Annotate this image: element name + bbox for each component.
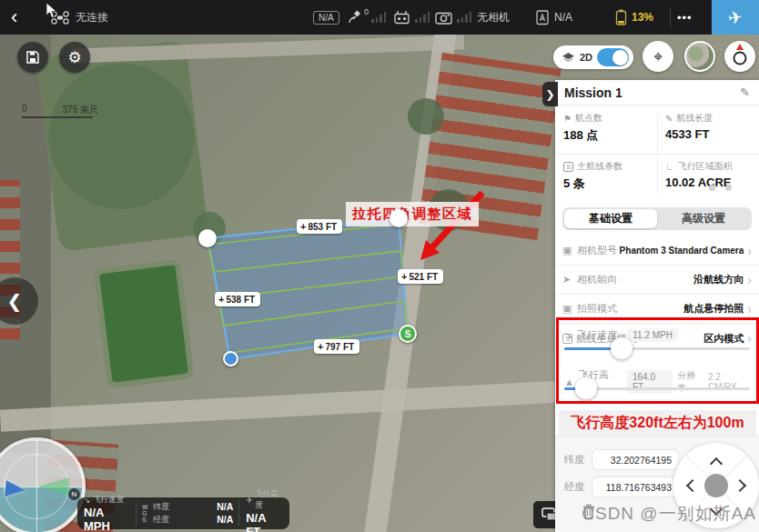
edit-mission-button[interactable]: ✎	[740, 85, 750, 99]
stat-main-lines: S主航线条数 5 条	[555, 154, 657, 202]
altitude-icon: ✈	[246, 496, 252, 505]
nudge-left-button[interactable]	[686, 479, 699, 492]
aircraft-heading-icon	[5, 480, 25, 498]
save-mission-button[interactable]	[17, 42, 48, 73]
move-icon: +	[318, 341, 323, 352]
mission-stats: ⚑航点数 188 点 ✎航线长度 4533 FT S主航线条数 5 条 ∟飞行区…	[555, 105, 759, 202]
stats-page-dots[interactable]	[709, 185, 732, 191]
telemetry-bar: ↘飞行速度 N/A MPH W G S 纬度N/A 经度N/A ✈飞行高度 N/…	[77, 497, 289, 529]
2d-mode-toggle[interactable]	[597, 48, 629, 66]
gps-count: 0	[364, 7, 369, 16]
map-park	[36, 40, 209, 253]
edge-length-pill[interactable]: +538 FT	[215, 292, 260, 306]
move-icon: +	[401, 271, 407, 282]
edge-length-pill[interactable]: +853 FT	[297, 219, 342, 234]
more-menu-button[interactable]: •••	[677, 0, 693, 35]
scale-line	[22, 116, 93, 118]
route-length-icon: ✎	[665, 114, 673, 124]
chevron-right-icon: ❯	[545, 88, 554, 101]
telemetry-lat-value: N/A	[217, 501, 233, 513]
locate-me-button[interactable]: ⌖	[643, 41, 673, 72]
mission-header: Mission 1 ✎	[555, 80, 759, 105]
camera-icon: ▣	[562, 303, 577, 315]
gps-signal-bars	[371, 0, 386, 35]
panel-collapse-tab[interactable]: ❯	[542, 82, 558, 106]
speed-icon: ↘	[84, 496, 90, 505]
battery-icon	[615, 9, 627, 25]
minimap-thumbnail	[686, 43, 713, 70]
more-icon: •••	[677, 11, 693, 25]
rc-mode-value: N/A	[554, 11, 572, 24]
back-icon: ‹	[11, 5, 17, 29]
stat-waypoints-value: 188 点	[563, 127, 657, 144]
satellite-icon	[348, 10, 362, 25]
back-button[interactable]: ‹	[11, 0, 17, 35]
camera-signal-bars	[457, 0, 471, 35]
telemetry-altitude: ✈飞行高度 N/A FT	[239, 497, 289, 529]
nudge-center-button[interactable]	[704, 474, 728, 497]
edge-length-pill[interactable]: +521 FT	[398, 269, 443, 284]
map-mode-label: 2D	[580, 52, 592, 63]
corner-handle-bottom-left[interactable]	[223, 351, 238, 366]
stat-main-lines-value: 5 条	[563, 176, 657, 192]
nudge-right-button[interactable]	[734, 479, 746, 492]
scale-distance: 375 英尺	[63, 104, 98, 116]
watermark: CSDN @一别如斯AA	[582, 502, 756, 526]
wgs-label: W G S	[137, 497, 147, 529]
rc-signal-bars	[415, 0, 430, 35]
battery-status: 13%	[615, 0, 653, 35]
setting-camera-heading[interactable]: ➤ 相机朝向 沿航线方向 ›	[555, 266, 759, 295]
nudge-up-button[interactable]	[710, 457, 723, 470]
chevron-right-icon: ›	[747, 273, 752, 287]
plane-icon: ✈	[727, 6, 744, 29]
camera-icon: ▣	[562, 245, 577, 256]
compass-needle-icon	[736, 44, 744, 50]
battery-percent: 13%	[632, 11, 653, 24]
layers-icon	[562, 52, 575, 64]
telemetry-alt-value: N/A FT	[246, 511, 283, 532]
stat-waypoints: ⚑航点数 188 点	[555, 105, 657, 154]
chevron-left-icon: ❮	[7, 290, 23, 312]
compass-dial-icon	[734, 51, 747, 65]
camera-icon	[435, 11, 452, 25]
map-sports-field	[93, 259, 194, 389]
longitude-row: 经度	[564, 477, 679, 497]
mouse-cursor	[46, 2, 58, 20]
map-trees-1	[408, 98, 444, 135]
gear-icon: ⚙	[67, 48, 81, 67]
settings-tabs: 基础设置 高级设置	[562, 207, 752, 230]
flight-mode-badge: N/A	[313, 0, 339, 35]
setting-camera-model[interactable]: ▣ 相机型号 Phantom 3 Standard Camera ›	[555, 236, 759, 266]
altitude-annotation: 飞行高度320ft左右为100m	[559, 410, 756, 436]
connection-status-label: 无连接	[76, 10, 108, 25]
corner-handle-top-right[interactable]	[390, 209, 408, 227]
latitude-row: 纬度	[564, 449, 679, 470]
camera-fov-wedge	[38, 477, 69, 496]
longitude-input[interactable]	[592, 477, 679, 497]
edge-length-pill[interactable]: +797 FT	[314, 339, 359, 354]
area-ruler-icon: ∟	[665, 162, 674, 172]
takeoff-button[interactable]: ✈	[712, 0, 759, 35]
compass-reset-button[interactable]	[724, 41, 755, 72]
latitude-input[interactable]	[592, 449, 679, 470]
corner-handle-top-left[interactable]	[198, 229, 217, 247]
scale-zero: 0	[22, 104, 27, 114]
camera-heading-value: 沿航线方向	[693, 273, 744, 286]
aircraft-connection: 无连接	[51, 0, 108, 35]
save-icon	[25, 50, 40, 65]
telemetry-lng-value: N/A	[217, 514, 233, 526]
gps-status: 0	[348, 0, 369, 35]
minimap-preview-button[interactable]	[684, 41, 715, 72]
tab-basic-settings[interactable]: 基础设置	[564, 209, 657, 228]
telemetry-speed-value: N/A MPH	[84, 506, 129, 532]
stat-route-length: ✎航线长度 4533 FT	[657, 105, 759, 154]
photo-mode-value: 航点悬停拍照	[683, 302, 744, 316]
mission-settings-button[interactable]: ⚙	[59, 42, 90, 73]
map-mode-control[interactable]: 2D	[553, 45, 633, 69]
corner-handle-start[interactable]: S	[399, 325, 417, 343]
map-road-top	[73, 35, 464, 64]
tab-advanced-settings[interactable]: 高级设置	[657, 209, 750, 228]
remote-controller-icon	[393, 10, 410, 25]
telemetry-speed: ↘飞行速度 N/A MPH	[77, 497, 136, 529]
rc-status	[393, 0, 410, 35]
